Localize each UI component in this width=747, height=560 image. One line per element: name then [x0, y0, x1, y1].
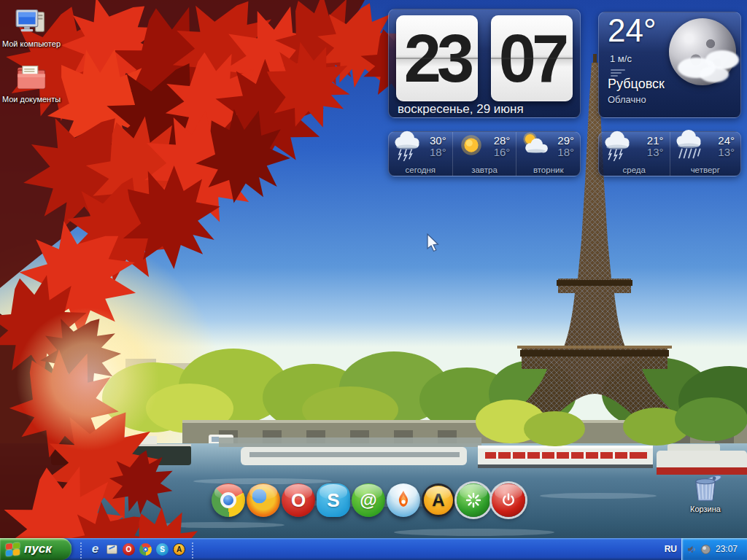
dock-restart-icon[interactable] — [457, 483, 490, 517]
dock-aimp-icon[interactable]: A — [422, 483, 455, 517]
dock-shutdown-icon[interactable] — [492, 483, 525, 517]
forecast-high: 24° — [718, 135, 735, 147]
aimp-glyph: A — [432, 490, 444, 510]
forecast-day: среда — [599, 166, 670, 174]
flip-clock-widget: 23 07 воскресенье, 29 июня — [388, 9, 581, 118]
opera-glyph: O — [123, 543, 135, 556]
desktop-icon-label: Корзина — [690, 505, 721, 514]
current-wind: 1 м/с — [610, 53, 632, 64]
thunderstorm-icon — [601, 129, 633, 161]
start-button-label: пуск — [24, 542, 52, 556]
quicklaunch-chrome-icon[interactable] — [138, 542, 153, 557]
forecast-day: завтра — [453, 166, 516, 174]
flame-icon — [394, 489, 413, 511]
tray-clock: 23:07 — [716, 544, 738, 554]
quick-launch-grip[interactable] — [80, 542, 85, 559]
dock-chrome-icon[interactable] — [212, 483, 245, 517]
quicklaunch-internet-explorer-icon[interactable]: e — [88, 542, 103, 557]
windows-logo-icon — [6, 542, 20, 556]
dock: O S @ A — [212, 483, 525, 517]
quick-launch-grip[interactable] — [192, 542, 196, 559]
desktop-icon-my-documents[interactable]: Мои документы — [0, 61, 63, 104]
forecast-low: 16° — [494, 147, 511, 158]
forecast-panel-right: 21°13° среда 24°13° четверг — [598, 131, 741, 176]
forecast-cell: 28°16° завтра — [452, 132, 516, 176]
starburst-icon — [465, 492, 481, 508]
rain-icon — [673, 129, 705, 161]
my-computer-icon — [15, 6, 47, 38]
dock-mailru-agent-icon[interactable]: @ — [352, 483, 385, 517]
current-weather-widget: 24° 1 м/с Рубцовск Облачно — [598, 12, 741, 118]
quicklaunch-opera-icon[interactable]: O — [121, 542, 136, 557]
wind-dash — [611, 69, 625, 71]
forecast-panel-left: 30°18° сегодня 28°16° завтра 29°18° втор… — [388, 131, 581, 176]
weather-city: Рубцовск — [608, 77, 665, 92]
forecast-cell: 24°13° четверг — [670, 132, 741, 176]
dock-firefox-icon[interactable] — [247, 483, 280, 517]
forecast-low: 18° — [557, 147, 574, 158]
sunny-icon — [455, 129, 487, 161]
quick-launch-bar: e O S A — [76, 538, 198, 560]
skype-glyph: S — [156, 543, 169, 556]
weather-condition: Облачно — [608, 94, 646, 105]
partly-cloudy-icon — [519, 129, 551, 161]
show-desktop-glyph — [107, 545, 117, 554]
forecast-day: сегодня — [389, 166, 452, 174]
quicklaunch-aimp-icon[interactable]: A — [171, 542, 187, 557]
power-icon — [500, 492, 516, 508]
forecast-high: 30° — [430, 135, 446, 147]
current-temperature: 24° — [608, 12, 657, 49]
language-indicator[interactable]: RU — [665, 538, 677, 560]
desktop-icon-label: Мой компьютер — [2, 39, 61, 49]
chrome-center — [223, 495, 233, 505]
taskbar: пуск e O S A RU 23:07 — [0, 538, 747, 560]
forecast-day: четверг — [670, 166, 741, 174]
forecast-high: 21° — [647, 135, 664, 147]
forecast-cell: 30°18° сегодня — [389, 132, 452, 176]
quicklaunch-show-desktop-icon[interactable] — [104, 542, 120, 557]
desktop-icon-label: Мои документы — [2, 95, 61, 104]
start-button[interactable]: пуск — [0, 538, 71, 560]
aimp-glyph: A — [173, 543, 185, 556]
dock-download-master-icon[interactable] — [387, 483, 420, 517]
desktop-icon-my-computer[interactable]: Мой компьютер — [0, 6, 63, 49]
forecast-low: 13° — [647, 147, 664, 158]
quicklaunch-skype-icon[interactable]: S — [155, 542, 170, 557]
forecast-day: вторник — [516, 166, 580, 174]
dock-skype-icon[interactable]: S — [317, 483, 350, 517]
cloud-shape — [700, 66, 729, 82]
forecast-high: 29° — [557, 135, 574, 147]
my-documents-icon — [15, 61, 47, 93]
flip-clock-hours: 23 — [396, 15, 478, 101]
desktop: Мой компьютер Мои документы Корзина 23 0… — [0, 0, 747, 560]
opera-glyph: O — [291, 489, 306, 512]
mailru-agent-glyph: @ — [360, 490, 376, 510]
forecast-cell: 29°18° вторник — [516, 132, 580, 176]
chrome-glyph — [139, 543, 152, 556]
system-tray: 23:07 — [681, 538, 747, 560]
forecast-low: 13° — [718, 147, 735, 158]
forecast-cell: 21°13° среда — [599, 132, 670, 176]
flip-clock-date: воскресенье, 29 июня — [398, 102, 524, 117]
thunderstorm-icon — [391, 129, 423, 161]
volume-tray-icon[interactable] — [686, 544, 697, 555]
wind-dash — [611, 72, 622, 74]
dock-opera-icon[interactable]: O — [282, 483, 315, 517]
skype-glyph: S — [327, 489, 339, 512]
desktop-icon-recycle-bin[interactable]: Корзина — [674, 471, 737, 514]
recycle-bin-icon — [689, 471, 721, 503]
forecast-low: 18° — [430, 147, 446, 158]
flip-clock-minutes: 07 — [491, 15, 573, 101]
forecast-high: 28° — [494, 135, 511, 147]
app-tray-icon[interactable] — [700, 544, 711, 555]
ie-glyph: e — [92, 542, 98, 556]
